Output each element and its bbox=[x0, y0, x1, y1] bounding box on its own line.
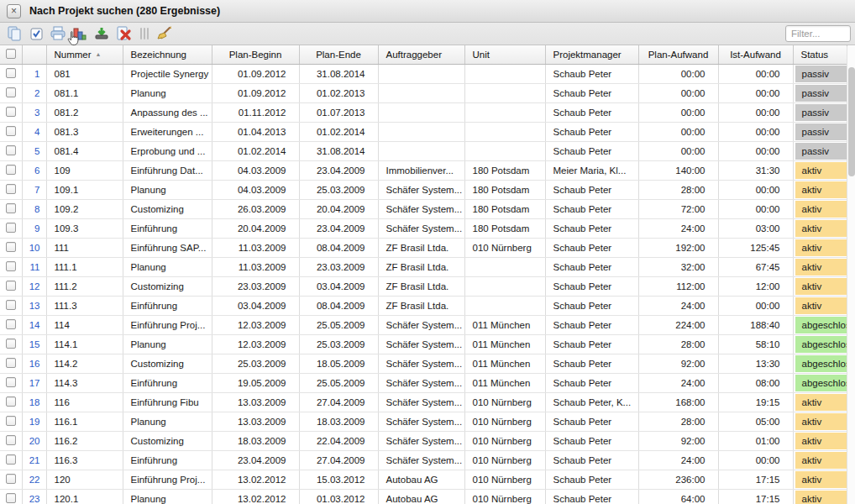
cell-plan-beginn[interactable]: 01.09.2012 bbox=[212, 83, 299, 102]
cell-unit[interactable] bbox=[464, 122, 545, 141]
cell-bezeichnung[interactable]: Einführung bbox=[123, 296, 212, 315]
cell-ist-aufwand[interactable]: 17:15 bbox=[718, 489, 793, 504]
header-auftraggeber[interactable]: Auftraggeber bbox=[378, 45, 464, 64]
row-number[interactable]: 18 bbox=[22, 392, 46, 412]
cell-projektmanager[interactable]: Schaub Peter bbox=[545, 334, 638, 354]
header-projektmanager[interactable]: Projektmanager bbox=[545, 45, 638, 64]
cell-auftraggeber[interactable]: Immobilienver... bbox=[378, 160, 464, 180]
cell-plan-aufwand[interactable]: 24:00 bbox=[638, 450, 718, 470]
cell-ist-aufwand[interactable]: 188:40 bbox=[718, 315, 793, 334]
cell-plan-ende[interactable]: 01.02.2014 bbox=[299, 122, 378, 141]
cell-auftraggeber[interactable]: Schäfer System... bbox=[378, 412, 464, 431]
header-plan-beginn[interactable]: Plan-Beginn bbox=[212, 45, 299, 64]
cell-plan-aufwand[interactable]: 92:00 bbox=[638, 354, 718, 373]
table-row[interactable]: 4 081.3 Erweiterungen ... 01.04.2013 01.… bbox=[0, 122, 847, 141]
row-number[interactable]: 3 bbox=[22, 102, 46, 122]
close-icon[interactable]: × bbox=[7, 4, 21, 18]
row-number[interactable]: 15 bbox=[22, 334, 46, 354]
cell-plan-aufwand[interactable]: 32:00 bbox=[638, 257, 718, 276]
cell-unit[interactable] bbox=[464, 296, 545, 315]
row-checkbox[interactable] bbox=[6, 68, 16, 78]
cell-unit[interactable] bbox=[464, 83, 545, 102]
row-checkbox[interactable] bbox=[6, 454, 16, 465]
cell-bezeichnung[interactable]: Einführung Proj... bbox=[123, 470, 212, 489]
row-checkbox[interactable] bbox=[6, 377, 16, 387]
cell-plan-aufwand[interactable]: 192:00 bbox=[638, 238, 718, 257]
cell-plan-beginn[interactable]: 26.03.2009 bbox=[212, 199, 299, 218]
cell-plan-ende[interactable]: 03.04.2009 bbox=[299, 276, 378, 296]
cell-plan-aufwand[interactable]: 24:00 bbox=[638, 373, 718, 392]
cell-ist-aufwand[interactable]: 00:00 bbox=[718, 199, 793, 218]
table-row[interactable]: 3 081.2 Anpassung des ... 01.11.2012 01.… bbox=[0, 102, 847, 122]
cell-unit[interactable]: 011 München bbox=[464, 334, 545, 354]
table-row[interactable]: 11 111.1 Planung 11.03.2009 23.03.2009 Z… bbox=[0, 257, 847, 276]
cell-bezeichnung[interactable]: Planung bbox=[123, 180, 212, 199]
header-plan-aufwand[interactable]: Plan-Aufwand bbox=[638, 45, 718, 64]
row-number[interactable]: 7 bbox=[22, 180, 46, 199]
cell-unit[interactable] bbox=[464, 64, 545, 83]
row-number[interactable]: 19 bbox=[22, 412, 46, 431]
remove-result-icon[interactable] bbox=[113, 24, 134, 43]
row-number[interactable]: 9 bbox=[22, 218, 46, 238]
cell-plan-ende[interactable]: 27.04.2009 bbox=[299, 392, 378, 412]
cell-projektmanager[interactable]: Schaub Peter bbox=[545, 412, 638, 431]
cell-ist-aufwand[interactable]: 17:15 bbox=[718, 470, 793, 489]
row-checkbox[interactable] bbox=[6, 145, 16, 155]
cell-auftraggeber[interactable]: ZF Brasil Ltda. bbox=[378, 296, 464, 315]
table-row[interactable]: 7 109.1 Planung 04.03.2009 25.03.2009 Sc… bbox=[0, 180, 847, 199]
header-status[interactable]: Status bbox=[793, 45, 847, 64]
header-ist-aufwand[interactable]: Ist-Aufwand bbox=[718, 45, 793, 64]
export-download-icon[interactable] bbox=[92, 24, 112, 43]
cell-projektmanager[interactable]: Schaub Peter bbox=[545, 373, 638, 392]
cell-unit[interactable]: 010 Nürnberg bbox=[464, 489, 545, 504]
table-row[interactable]: 16 114.2 Customizing 25.03.2009 18.05.20… bbox=[0, 354, 847, 373]
cell-plan-beginn[interactable]: 04.03.2009 bbox=[212, 180, 299, 199]
cell-plan-ende[interactable]: 27.04.2009 bbox=[299, 450, 378, 470]
cell-nummer[interactable]: 114.1 bbox=[46, 334, 123, 354]
cell-plan-beginn[interactable]: 25.03.2009 bbox=[212, 354, 299, 373]
cell-auftraggeber[interactable]: Schäfer System... bbox=[378, 392, 464, 412]
cell-auftraggeber[interactable]: ZF Brasil Ltda. bbox=[378, 276, 464, 296]
cell-bezeichnung[interactable]: Customizing bbox=[123, 276, 212, 296]
cell-unit[interactable]: 010 Nürnberg bbox=[464, 431, 545, 450]
row-number[interactable]: 14 bbox=[22, 315, 46, 334]
cell-nummer[interactable]: 081 bbox=[46, 64, 123, 83]
columns-icon[interactable] bbox=[140, 28, 149, 39]
cell-bezeichnung[interactable]: Planung bbox=[123, 257, 212, 276]
cell-projektmanager[interactable]: Schaub Peter bbox=[545, 257, 638, 276]
cell-nummer[interactable]: 109.3 bbox=[46, 218, 123, 238]
cell-plan-beginn[interactable]: 01.09.2012 bbox=[212, 64, 299, 83]
cell-plan-beginn[interactable]: 03.04.2009 bbox=[212, 296, 299, 315]
cell-plan-beginn[interactable]: 18.03.2009 bbox=[212, 431, 299, 450]
cell-ist-aufwand[interactable]: 67:45 bbox=[718, 257, 793, 276]
cell-plan-aufwand[interactable]: 92:00 bbox=[638, 431, 718, 450]
cell-plan-aufwand[interactable]: 64:00 bbox=[638, 489, 718, 504]
cell-unit[interactable] bbox=[464, 257, 545, 276]
cell-nummer[interactable]: 114.2 bbox=[46, 354, 123, 373]
cell-plan-ende[interactable]: 18.03.2009 bbox=[299, 412, 378, 431]
copy-icon[interactable] bbox=[4, 24, 24, 43]
cell-nummer[interactable]: 081.4 bbox=[46, 141, 123, 160]
cell-projektmanager[interactable]: Schaub Peter bbox=[545, 122, 638, 141]
cell-nummer[interactable]: 111.2 bbox=[46, 276, 123, 296]
cell-plan-ende[interactable]: 01.03.2012 bbox=[299, 489, 378, 504]
cell-nummer[interactable]: 109.2 bbox=[46, 199, 123, 218]
clean-icon[interactable] bbox=[154, 24, 174, 43]
cell-plan-aufwand[interactable]: 24:00 bbox=[638, 218, 718, 238]
cell-nummer[interactable]: 114 bbox=[46, 315, 123, 334]
row-number[interactable]: 1 bbox=[22, 64, 46, 83]
cell-projektmanager[interactable]: Schaub Peter bbox=[545, 296, 638, 315]
cell-projektmanager[interactable]: Schaub Peter bbox=[545, 102, 638, 122]
row-number[interactable]: 21 bbox=[22, 450, 46, 470]
cell-plan-beginn[interactable]: 20.04.2009 bbox=[212, 218, 299, 238]
cell-plan-aufwand[interactable]: 72:00 bbox=[638, 199, 718, 218]
cell-nummer[interactable]: 111.3 bbox=[46, 296, 123, 315]
cell-plan-beginn[interactable]: 19.05.2009 bbox=[212, 373, 299, 392]
cell-bezeichnung[interactable]: Customizing bbox=[123, 354, 212, 373]
table-row[interactable]: 6 109 Einführung Dat... 04.03.2009 23.04… bbox=[0, 160, 847, 180]
cell-projektmanager[interactable]: Schaub Peter bbox=[545, 83, 638, 102]
cell-unit[interactable] bbox=[464, 276, 545, 296]
cell-unit[interactable] bbox=[464, 102, 545, 122]
cell-plan-ende[interactable]: 25.03.2009 bbox=[299, 334, 378, 354]
cell-ist-aufwand[interactable]: 13:30 bbox=[718, 354, 793, 373]
